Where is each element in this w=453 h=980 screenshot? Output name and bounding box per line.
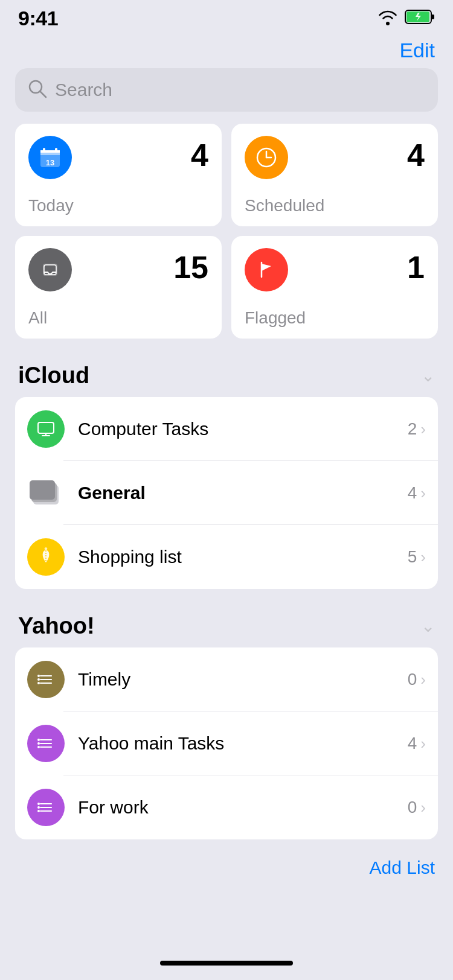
scheduled-icon xyxy=(245,136,288,179)
svg-rect-15 xyxy=(44,265,56,275)
svg-rect-22 xyxy=(30,480,55,500)
shopping-right: 5 › xyxy=(408,547,426,567)
shopping-chevron-icon: › xyxy=(420,548,426,567)
search-icon xyxy=(27,78,48,101)
svg-rect-17 xyxy=(38,422,54,433)
computer-tasks-count: 2 xyxy=(408,419,417,439)
header: Edit xyxy=(0,33,453,68)
scheduled-label: Scheduled xyxy=(245,196,425,215)
timely-name: Timely xyxy=(78,669,408,690)
timely-icon xyxy=(27,661,65,698)
search-container: Search xyxy=(0,68,453,124)
general-icon xyxy=(27,474,65,512)
smart-card-flagged[interactable]: 1 Flagged xyxy=(231,236,438,339)
shopping-count: 5 xyxy=(408,547,417,567)
yahoo-section-header[interactable]: Yahoo! ⌄ xyxy=(0,601,453,648)
yahoo-main-name: Yahoo main Tasks xyxy=(78,733,408,754)
svg-point-35 xyxy=(37,746,40,748)
yahoo-main-right: 4 › xyxy=(408,734,426,753)
svg-rect-8 xyxy=(43,148,45,153)
wifi-icon xyxy=(377,8,399,28)
add-list-container: Add List xyxy=(0,851,453,890)
icloud-list-card: Computer Tasks 2 › General 4 › xyxy=(15,397,438,589)
svg-point-29 xyxy=(37,682,40,684)
for-work-icon xyxy=(27,789,65,826)
smart-lists-grid: 13 4 Today 4 Scheduled xyxy=(0,124,453,351)
computer-tasks-chevron-icon: › xyxy=(420,420,426,439)
svg-point-41 xyxy=(37,810,40,812)
for-work-name: For work xyxy=(78,797,408,818)
search-bar[interactable]: Search xyxy=(15,68,438,112)
list-item-timely[interactable]: Timely 0 › xyxy=(15,648,438,711)
svg-point-40 xyxy=(37,806,40,809)
timely-chevron-icon: › xyxy=(420,670,426,689)
home-indicator xyxy=(0,949,453,972)
svg-point-39 xyxy=(37,803,40,805)
icloud-title: iCloud xyxy=(18,363,89,389)
yahoo-main-count: 4 xyxy=(408,734,417,753)
all-icon xyxy=(28,248,72,291)
timely-right: 0 › xyxy=(408,670,426,689)
yahoo-chevron-icon: ⌄ xyxy=(421,616,435,636)
battery-icon xyxy=(405,9,435,27)
flagged-count: 1 xyxy=(407,252,425,283)
smart-card-all[interactable]: 15 All xyxy=(15,236,222,339)
svg-rect-9 xyxy=(55,148,57,153)
smart-card-scheduled[interactable]: 4 Scheduled xyxy=(231,124,438,226)
list-item-general[interactable]: General 4 › xyxy=(15,461,438,525)
status-bar: 9:41 xyxy=(0,0,453,33)
general-chevron-icon: › xyxy=(420,484,426,503)
svg-point-27 xyxy=(37,675,40,677)
shopping-name: Shopping list xyxy=(78,547,408,567)
search-placeholder-text: Search xyxy=(55,80,112,100)
svg-rect-1 xyxy=(431,14,434,19)
general-right: 4 › xyxy=(408,483,426,503)
list-item-yahoo-main[interactable]: Yahoo main Tasks 4 › xyxy=(15,711,438,775)
svg-point-34 xyxy=(37,742,40,745)
svg-point-28 xyxy=(37,678,40,681)
smart-card-today[interactable]: 13 4 Today xyxy=(15,124,222,226)
list-item-for-work[interactable]: For work 0 › xyxy=(15,775,438,839)
today-label: Today xyxy=(28,196,208,215)
yahoo-main-chevron-icon: › xyxy=(420,734,426,753)
all-count: 15 xyxy=(173,252,208,283)
add-list-button[interactable]: Add List xyxy=(370,858,435,878)
timely-count: 0 xyxy=(408,670,417,689)
yahoo-list-card: Timely 0 › Yahoo main Tasks 4 › xyxy=(15,648,438,839)
icloud-section-header[interactable]: iCloud ⌄ xyxy=(0,351,453,397)
yahoo-title: Yahoo! xyxy=(18,613,95,639)
icloud-chevron-icon: ⌄ xyxy=(421,366,435,386)
general-count: 4 xyxy=(408,483,417,503)
computer-tasks-right: 2 › xyxy=(408,419,426,439)
status-icons xyxy=(377,8,435,28)
for-work-count: 0 xyxy=(408,798,417,817)
flagged-label: Flagged xyxy=(245,308,425,328)
for-work-chevron-icon: › xyxy=(420,798,426,817)
status-time: 9:41 xyxy=(18,7,58,30)
home-bar xyxy=(160,961,293,966)
scheduled-count: 4 xyxy=(407,139,425,171)
list-item-computer-tasks[interactable]: Computer Tasks 2 › xyxy=(15,397,438,461)
list-item-shopping[interactable]: Shopping list 5 › xyxy=(15,525,438,589)
today-icon: 13 xyxy=(28,136,72,179)
edit-button[interactable]: Edit xyxy=(399,39,435,62)
svg-line-4 xyxy=(40,91,46,97)
flagged-icon xyxy=(245,248,288,291)
shopping-icon xyxy=(27,538,65,576)
today-count: 4 xyxy=(191,139,208,171)
yahoo-main-icon xyxy=(27,725,65,762)
for-work-right: 0 › xyxy=(408,798,426,817)
computer-tasks-name: Computer Tasks xyxy=(78,419,408,439)
svg-point-33 xyxy=(37,739,40,741)
all-label: All xyxy=(28,308,208,328)
computer-tasks-icon xyxy=(27,410,65,448)
general-name: General xyxy=(78,483,408,503)
svg-text:13: 13 xyxy=(46,158,54,167)
